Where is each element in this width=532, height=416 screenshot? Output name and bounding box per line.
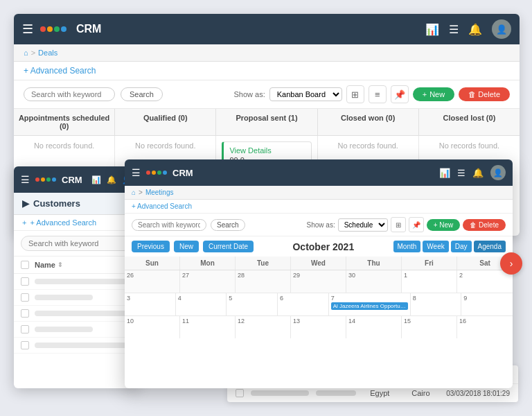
- cal-logo: [146, 171, 167, 175]
- sidebar-row[interactable]: [14, 306, 139, 322]
- deals-search-input[interactable]: [31, 90, 107, 98]
- cal-breadcrumb: ⌂ > Meetings: [125, 186, 513, 200]
- sidebar-row[interactable]: [14, 322, 139, 338]
- sidebar-customers-title: Customers: [33, 198, 80, 209]
- cal-month-btn[interactable]: Month: [393, 241, 421, 252]
- cal-day[interactable]: 14: [346, 316, 402, 338]
- cal-day[interactable]: 29: [291, 270, 346, 293]
- red-action-btn[interactable]: ›: [500, 252, 522, 275]
- bell-icon[interactable]: 🔔: [468, 23, 482, 36]
- cal-day[interactable]: 13: [291, 316, 346, 338]
- cal-day[interactable]: 5: [227, 293, 278, 315]
- cal-day[interactable]: 30: [346, 270, 402, 293]
- row-checkbox[interactable]: [236, 389, 244, 397]
- cal-prev-btn[interactable]: Previous: [132, 241, 170, 252]
- hamburger-icon[interactable]: ☰: [22, 21, 33, 37]
- cal-show-as-select[interactable]: Schedule: [338, 218, 388, 232]
- cal-logo-dot-yellow: [152, 171, 156, 175]
- deals-show-as-select[interactable]: Kanban Board: [269, 87, 342, 101]
- arrow-right-icon: ▶: [22, 198, 29, 209]
- cal-bell-icon[interactable]: 🔔: [472, 168, 484, 178]
- cal-day[interactable]: 2: [457, 270, 513, 293]
- cal-day[interactable]: 28: [236, 270, 291, 293]
- cal-day-btn[interactable]: Day: [451, 241, 472, 252]
- cal-avatar[interactable]: 👤: [490, 165, 506, 180]
- sidebar-sort-icon[interactable]: ⇕: [57, 261, 63, 268]
- cal-delete-btn[interactable]: 🗑 Delete: [463, 219, 506, 231]
- cal-breadcrumb-meetings[interactable]: Meetings: [145, 189, 174, 196]
- cal-day[interactable]: 10: [125, 316, 180, 338]
- cal-adv-search-btn[interactable]: + Advanced Search: [132, 202, 192, 210]
- cal-topbar-right: 📊 ☰ 🔔 👤: [439, 165, 506, 180]
- sidebar-row-checkbox[interactable]: [21, 341, 29, 349]
- cal-day[interactable]: 9: [461, 293, 513, 315]
- kanban-header: Appointments scheduled (0) Qualified (0)…: [14, 109, 520, 136]
- sidebar-bell-icon[interactable]: 🔔: [107, 175, 116, 184]
- breadcrumb-home[interactable]: ⌂: [24, 49, 28, 57]
- cal-day[interactable]: 8: [411, 293, 462, 315]
- cal-search-input[interactable]: [138, 221, 200, 229]
- cal-adv-search-bar: + Advanced Search: [125, 200, 513, 214]
- kanban-card-link[interactable]: View Details: [229, 146, 305, 155]
- cal-new-date-btn[interactable]: New: [174, 241, 199, 252]
- sidebar-row-checkbox[interactable]: [21, 309, 29, 318]
- cal-day[interactable]: 12: [236, 316, 291, 338]
- breadcrumb-deals[interactable]: Deals: [38, 49, 57, 57]
- sidebar-row[interactable]: [14, 290, 139, 306]
- row-date: 03/03/2018 18:01:29: [446, 390, 510, 397]
- sidebar-row-checkbox[interactable]: [21, 293, 29, 302]
- cal-day[interactable]: 16: [457, 316, 513, 338]
- cal-chart-icon[interactable]: 📊: [439, 168, 450, 178]
- cal-breadcrumb-home[interactable]: ⌂: [132, 189, 136, 196]
- sidebar-search-wrap: [14, 231, 139, 257]
- sidebar-search-input[interactable]: [21, 236, 132, 251]
- cal-breadcrumb-sep: >: [139, 189, 143, 196]
- deals-list-view-btn[interactable]: ≡: [369, 85, 387, 103]
- deals-delete-btn[interactable]: 🗑 Delete: [459, 87, 510, 101]
- sidebar-row[interactable]: [14, 338, 139, 354]
- kanban-col-header-proposal: Proposal sent (1): [216, 109, 317, 135]
- sidebar-adv-search[interactable]: + + Advanced Search: [14, 215, 139, 231]
- breadcrumb-sep: >: [31, 49, 35, 57]
- cal-day[interactable]: 1: [402, 270, 457, 293]
- cal-event[interactable]: Al Jazeera Airlines Opportu…: [331, 302, 408, 310]
- cal-header-wed: Wed: [291, 257, 346, 270]
- deals-show-as-label: Show as:: [233, 90, 265, 98]
- cal-search-btn[interactable]: Search: [211, 219, 245, 231]
- cal-header-mon: Mon: [180, 257, 236, 270]
- cal-day[interactable]: 26: [125, 270, 180, 293]
- cal-today-btn[interactable]: Current Date: [203, 241, 254, 252]
- cal-day[interactable]: 15: [402, 316, 457, 338]
- cal-grid-btn[interactable]: ⊞: [391, 217, 406, 232]
- cal-day-with-event[interactable]: 7 Al Jazeera Airlines Opportu…: [329, 293, 411, 315]
- customers-sidebar-window: ☰ CRM 📊 🔔 👤 ▶ Customers + + Advanced Sea…: [14, 166, 139, 388]
- cal-new-btn[interactable]: + New: [427, 219, 461, 231]
- sidebar-select-all-checkbox[interactable]: [21, 261, 29, 269]
- cal-day[interactable]: 27: [180, 270, 236, 293]
- sidebar-row-name: [35, 295, 93, 300]
- cal-day[interactable]: 4: [176, 293, 227, 315]
- bar-chart-icon[interactable]: 📊: [425, 23, 439, 36]
- kanban-col-header-qualified: Qualified (0): [115, 109, 216, 135]
- deals-pin-btn[interactable]: 📌: [391, 85, 409, 103]
- cal-week-btn[interactable]: Week: [423, 241, 448, 252]
- sidebar-row[interactable]: [14, 274, 139, 290]
- cal-pin-btn[interactable]: 📌: [409, 217, 424, 232]
- cal-day[interactable]: 3: [125, 293, 176, 315]
- deals-new-btn[interactable]: + + New New: [413, 87, 454, 101]
- sidebar-chart-icon[interactable]: 📊: [91, 175, 101, 184]
- cal-day[interactable]: 6: [278, 293, 329, 315]
- sidebar-row-checkbox[interactable]: [21, 277, 29, 286]
- cal-list-icon[interactable]: ☰: [457, 168, 466, 178]
- sidebar-logo-dot-red: [35, 177, 39, 182]
- cal-hamburger-icon[interactable]: ☰: [132, 167, 141, 178]
- deals-grid-view-btn[interactable]: ⊞: [346, 85, 364, 103]
- sidebar-row-checkbox[interactable]: [21, 325, 29, 333]
- avatar[interactable]: 👤: [492, 19, 511, 39]
- cal-day[interactable]: 11: [180, 316, 236, 338]
- list-icon[interactable]: ☰: [449, 23, 459, 36]
- sidebar-hamburger-icon[interactable]: ☰: [21, 174, 30, 185]
- deals-adv-search-btn[interactable]: + Advanced Search: [24, 66, 96, 76]
- deals-search-btn[interactable]: Search: [121, 87, 163, 101]
- cal-agenda-btn[interactable]: Agenda: [474, 241, 506, 252]
